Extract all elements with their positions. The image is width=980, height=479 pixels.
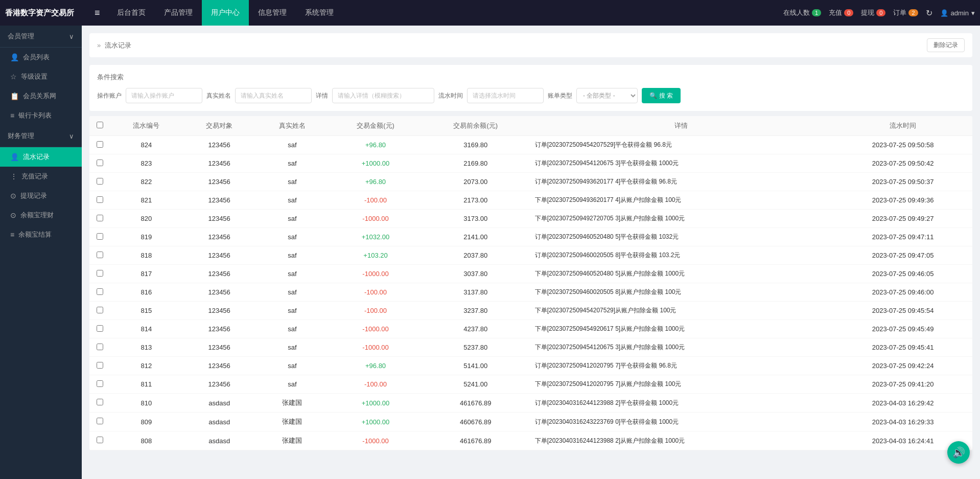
- search-select-bill-type[interactable]: - 全部类型 -: [576, 88, 638, 103]
- table-row: 824 123456 saf +96.80 3169.80 订单[2023072…: [89, 136, 972, 154]
- row-checkbox-3[interactable]: [97, 196, 103, 203]
- col-header-id: 流水编号: [110, 116, 183, 136]
- cell-id: 808: [110, 431, 183, 450]
- search-input-detail[interactable]: [332, 88, 434, 103]
- row-checkbox-15[interactable]: [97, 418, 103, 424]
- sidebar-item-member-network[interactable]: 📋 会员关系网: [0, 86, 82, 106]
- menu-toggle-icon[interactable]: ≡: [95, 8, 100, 18]
- col-header-detail: 详情: [529, 116, 833, 136]
- row-checkbox-2[interactable]: [97, 178, 103, 185]
- cell-amount: -1000.00: [329, 265, 422, 283]
- recharge-count[interactable]: 充值 0: [829, 8, 853, 17]
- row-checkbox-12[interactable]: [97, 362, 103, 369]
- fab-button[interactable]: 🔊: [947, 441, 970, 464]
- row-checkbox-14[interactable]: [97, 399, 103, 405]
- sidebar-item-bank-card[interactable]: ≡ 银行卡列表: [0, 106, 82, 125]
- cell-amount: -100.00: [329, 283, 422, 302]
- online-count: 在线人数 1: [783, 8, 821, 17]
- table-row: 815 123456 saf -100.00 3237.80 下单[202307…: [89, 302, 972, 320]
- table-row: 819 123456 saf +1032.00 2141.00 订单[20230…: [89, 228, 972, 246]
- cell-time: 2023-07-25 09:47:11: [833, 228, 972, 246]
- search-button[interactable]: 🔍 搜 索: [642, 88, 681, 103]
- nav-item-users[interactable]: 用户中心: [202, 0, 249, 26]
- cell-balance: 3173.00: [423, 210, 529, 228]
- table-row: 822 123456 saf +96.80 2073.00 订单[2023072…: [89, 173, 972, 191]
- sidebar-item-withdraw-records[interactable]: ⊙ 提现记录: [0, 186, 82, 206]
- cell-id: 809: [110, 413, 183, 431]
- cell-account: asdasd: [183, 431, 256, 450]
- top-navigation: 香港数字资产交易所 ≡ 后台首页 产品管理 用户中心 信息管理 系统管理 在线人…: [0, 0, 980, 26]
- cell-amount: -100.00: [329, 375, 422, 394]
- cell-detail: 订单[2023072509454120675 3]平仓获得金额 1000元: [529, 154, 833, 173]
- cell-balance: 5237.80: [423, 338, 529, 357]
- row-checkbox-6[interactable]: [97, 252, 103, 258]
- cell-balance: 3037.80: [423, 265, 529, 283]
- row-checkbox-10[interactable]: [97, 325, 103, 332]
- table-row: 813 123456 saf -1000.00 5237.80 下单[20230…: [89, 338, 972, 357]
- sidebar-section-finance[interactable]: 财务管理 ∨: [0, 125, 82, 147]
- cell-detail: 订单[2023072509460520480 5]平仓获得金额 1032元: [529, 228, 833, 246]
- search-area: 条件搜索 操作账户 真实姓名 详情 流水时间 账单类型 - 全部类型 - 🔍 搜…: [89, 65, 972, 111]
- refresh-icon[interactable]: ↻: [926, 8, 932, 18]
- cell-detail: 下单[2023072509460020505 8]从账户扣除金额 100元: [529, 283, 833, 302]
- row-checkbox-4[interactable]: [97, 215, 103, 221]
- row-checkbox-0[interactable]: [97, 141, 103, 148]
- row-checkbox-5[interactable]: [97, 233, 103, 240]
- cell-balance: 2073.00: [423, 173, 529, 191]
- sidebar-item-flow-records[interactable]: 👤 流水记录: [0, 147, 82, 167]
- cell-balance: 2141.00: [423, 228, 529, 246]
- order-count[interactable]: 订单 2: [893, 8, 918, 17]
- cell-amount: -100.00: [329, 191, 422, 210]
- cell-account: 123456: [183, 375, 256, 394]
- sidebar-item-level-settings[interactable]: ☆ 等级设置: [0, 67, 82, 86]
- flow-icon: 👤: [10, 153, 19, 161]
- select-all-checkbox[interactable]: [97, 122, 103, 128]
- cell-time: 2023-04-03 16:29:33: [833, 413, 972, 431]
- recharge-icon: ⋮: [10, 172, 17, 180]
- row-checkbox-16[interactable]: [97, 437, 103, 443]
- row-checkbox-9[interactable]: [97, 307, 103, 313]
- cell-detail: 订单[2023072509493620177 4]平仓获得金额 96.8元: [529, 173, 833, 191]
- cell-detail: 订单[2023072509454207529]平仓获得金额 96.8元: [529, 136, 833, 154]
- nav-item-products[interactable]: 产品管理: [155, 0, 202, 26]
- row-checkbox-7[interactable]: [97, 270, 103, 277]
- cell-balance: 2037.80: [423, 246, 529, 265]
- cell-amount: +1000.00: [329, 413, 422, 431]
- search-input-realname[interactable]: [235, 88, 312, 103]
- star-icon: ☆: [10, 73, 17, 81]
- sidebar-item-yue-settle[interactable]: ≡ 余额宝结算: [0, 225, 82, 244]
- cell-detail: 下单[2023040316244123988 2]从账户扣除金额 1000元: [529, 431, 833, 450]
- cell-name: 张建国: [256, 394, 329, 413]
- breadcrumb-current: 流水记录: [105, 41, 131, 50]
- row-checkbox-11[interactable]: [97, 344, 103, 350]
- cell-account: 123456: [183, 265, 256, 283]
- recharge-badge: 0: [844, 9, 853, 16]
- cell-time: 2023-07-25 09:46:00: [833, 283, 972, 302]
- nav-item-dashboard[interactable]: 后台首页: [108, 0, 155, 26]
- row-checkbox-8[interactable]: [97, 288, 103, 295]
- row-checkbox-13[interactable]: [97, 380, 103, 387]
- nav-item-info[interactable]: 信息管理: [249, 0, 296, 26]
- cell-balance: 3169.80: [423, 136, 529, 154]
- cell-name: saf: [256, 210, 329, 228]
- cell-amount: +1032.00: [329, 228, 422, 246]
- user-menu[interactable]: 👤 admin ▾: [940, 9, 975, 17]
- sidebar-section-member[interactable]: 会员管理 ∨: [0, 26, 82, 48]
- sidebar-item-yue-finance[interactable]: ⊙ 余额宝理财: [0, 206, 82, 225]
- cell-id: 820: [110, 210, 183, 228]
- cell-detail: 下单[2023072509492720705 3]从账户扣除金额 1000元: [529, 210, 833, 228]
- cell-time: 2023-07-25 09:42:24: [833, 357, 972, 375]
- search-input-account[interactable]: [126, 88, 202, 103]
- cell-account: 123456: [183, 154, 256, 173]
- search-input-time[interactable]: [467, 88, 544, 103]
- withdraw-count[interactable]: 提现 0: [861, 8, 885, 17]
- cell-id: 812: [110, 357, 183, 375]
- cell-name: 张建国: [256, 413, 329, 431]
- row-checkbox-1[interactable]: [97, 159, 103, 166]
- sidebar-item-member-list[interactable]: 👤 会员列表: [0, 48, 82, 67]
- sidebar-item-recharge-records[interactable]: ⋮ 充值记录: [0, 167, 82, 186]
- cell-balance: 461676.89: [423, 431, 529, 450]
- delete-records-button[interactable]: 删除记录: [927, 38, 965, 52]
- nav-item-system[interactable]: 系统管理: [296, 0, 343, 26]
- cell-detail: 订单[2023072509460020505 8]平仓获得金额 103.2元: [529, 246, 833, 265]
